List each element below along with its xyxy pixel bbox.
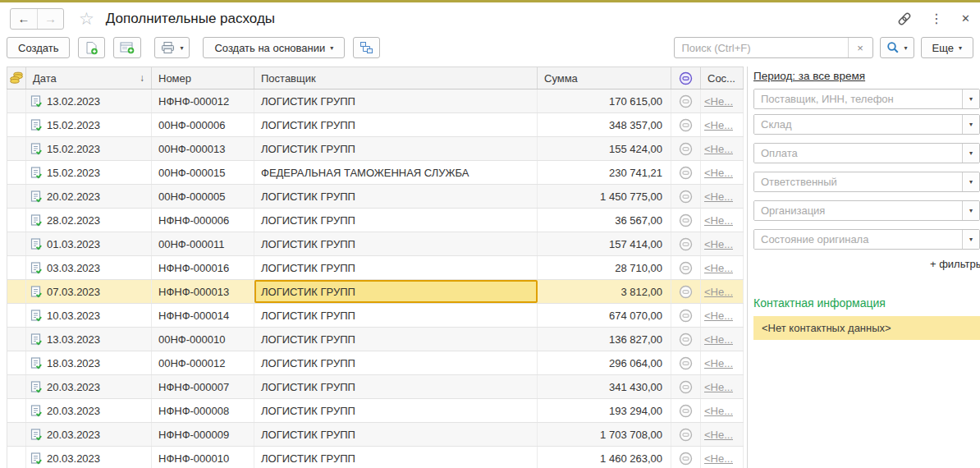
cell-amount[interactable]: 157 414,00	[538, 232, 671, 255]
cell-edo[interactable]	[671, 375, 701, 398]
cell-ref[interactable]	[7, 447, 26, 468]
related-documents-button[interactable]	[353, 37, 380, 58]
cell-number[interactable]: 00НФ-000011	[152, 232, 254, 255]
cell-supplier[interactable]: ЛОГИСТИК ГРУПП	[254, 209, 538, 232]
status-link[interactable]: <Не...	[704, 238, 733, 250]
cell-status[interactable]: <Не...	[701, 304, 744, 327]
status-link[interactable]: <Не...	[704, 452, 733, 465]
filter-input[interactable]	[754, 201, 962, 220]
cell-ref[interactable]	[7, 89, 26, 112]
cell-status[interactable]: <Не...	[701, 423, 744, 446]
cell-date[interactable]: 18.03.2023	[26, 351, 152, 374]
filter-input[interactable]	[754, 89, 962, 108]
cell-status[interactable]: <Не...	[701, 209, 744, 232]
cell-ref[interactable]	[7, 161, 26, 184]
cell-ref[interactable]	[7, 280, 26, 303]
filter-dropdown-button[interactable]: ▾	[962, 201, 979, 220]
cell-edo[interactable]	[671, 328, 701, 351]
column-header-supplier[interactable]: Поставщик	[254, 67, 538, 89]
cell-status[interactable]: <Не...	[701, 161, 744, 184]
search-clear-icon[interactable]: ×	[848, 38, 872, 57]
cell-supplier[interactable]: ЛОГИСТИК ГРУПП	[254, 89, 538, 112]
cell-ref[interactable]	[7, 351, 26, 374]
cell-supplier[interactable]: ЛОГИСТИК ГРУПП	[254, 447, 538, 468]
table-row[interactable]: 13.02.2023 НФНФ-000012 ЛОГИСТИК ГРУПП 17…	[7, 89, 744, 113]
period-link[interactable]: Период: за все время	[753, 70, 865, 82]
cell-ref[interactable]	[7, 209, 26, 232]
cell-supplier[interactable]: ЛОГИСТИК ГРУПП	[254, 113, 538, 136]
cell-number[interactable]: 00НФ-000012	[152, 351, 254, 374]
print-button[interactable]: ▾	[154, 37, 190, 58]
cell-number[interactable]: НФНФ-000016	[152, 256, 254, 279]
cell-date[interactable]: 01.03.2023	[26, 232, 152, 255]
column-header-status[interactable]: Сос...	[701, 67, 744, 89]
add-filters-link[interactable]: + фильтры	[753, 258, 980, 270]
cell-date[interactable]: 20.03.2023	[26, 447, 152, 468]
cell-edo[interactable]	[671, 209, 701, 232]
cell-number[interactable]: НФНФ-000012	[152, 89, 254, 112]
close-icon[interactable]: ✕	[961, 12, 970, 25]
cell-amount[interactable]: 1 460 263,00	[538, 447, 671, 468]
table-row[interactable]: 15.02.2023 00НФ-000006 ЛОГИСТИК ГРУПП 34…	[7, 113, 744, 137]
cell-supplier[interactable]: ЛОГИСТИК ГРУПП	[254, 137, 538, 160]
cell-status[interactable]: <Не...	[701, 351, 744, 374]
cell-edo[interactable]	[671, 447, 701, 468]
cell-edo[interactable]	[671, 256, 701, 279]
cell-supplier[interactable]: ЛОГИСТИК ГРУПП	[254, 399, 538, 422]
status-link[interactable]: <Не...	[704, 381, 733, 393]
status-link[interactable]: <Не...	[704, 357, 733, 369]
cell-supplier[interactable]: ЛОГИСТИК ГРУПП	[254, 423, 538, 446]
column-header-amount[interactable]: Сумма	[538, 67, 671, 89]
status-link[interactable]: <Не...	[704, 119, 733, 131]
cell-date[interactable]: 07.03.2023	[26, 280, 152, 303]
cell-amount[interactable]: 193 294,00	[538, 399, 671, 422]
filter-input[interactable]	[754, 230, 962, 249]
cell-edo[interactable]	[671, 304, 701, 327]
cell-status[interactable]: <Не...	[701, 256, 744, 279]
table-row[interactable]: 20.03.2023 НФНФ-000008 ЛОГИСТИК ГРУПП 19…	[7, 399, 744, 423]
cell-edo[interactable]	[671, 232, 701, 255]
cell-number[interactable]: 00НФ-000010	[152, 328, 254, 351]
table-row[interactable]: 15.02.2023 00НФ-000013 ЛОГИСТИК ГРУПП 15…	[7, 137, 744, 161]
get-link-icon[interactable]	[897, 11, 912, 26]
cell-ref[interactable]	[7, 232, 26, 255]
cell-ref[interactable]	[7, 185, 26, 208]
cell-amount[interactable]: 296 064,00	[538, 351, 671, 374]
cell-edo[interactable]	[671, 351, 701, 374]
cell-supplier[interactable]: ЛОГИСТИК ГРУПП	[254, 304, 538, 327]
table-row[interactable]: 15.02.2023 00НФ-000015 ФЕДЕРАЛЬНАЯ ТАМОЖ…	[7, 161, 744, 185]
table-row[interactable]: 18.03.2023 00НФ-000012 ЛОГИСТИК ГРУПП 29…	[7, 351, 744, 375]
table-row[interactable]: 20.03.2023 НФНФ-000009 ЛОГИСТИК ГРУПП 1 …	[7, 423, 744, 447]
filter-dropdown-button[interactable]: ▾	[962, 89, 979, 108]
cell-amount[interactable]: 341 430,00	[538, 375, 671, 398]
cell-supplier[interactable]: ЛОГИСТИК ГРУПП	[254, 256, 538, 279]
cell-date[interactable]: 28.02.2023	[26, 209, 152, 232]
status-link[interactable]: <Не...	[704, 333, 733, 346]
cell-number[interactable]: 00НФ-000013	[152, 137, 254, 160]
cell-status[interactable]: <Не...	[701, 375, 744, 398]
table-row[interactable]: 13.03.2023 00НФ-000010 ЛОГИСТИК ГРУПП 13…	[7, 328, 744, 351]
cell-number[interactable]: 00НФ-000006	[152, 113, 254, 136]
cell-date[interactable]: 13.03.2023	[26, 328, 152, 351]
cell-status[interactable]: <Не...	[701, 280, 744, 303]
table-row[interactable]: 20.03.2023 НФНФ-000010 ЛОГИСТИК ГРУПП 1 …	[7, 447, 744, 468]
column-header-edo[interactable]	[671, 67, 701, 89]
create-group-button[interactable]	[113, 37, 141, 58]
cell-date[interactable]: 20.02.2023	[26, 185, 152, 208]
cell-number[interactable]: НФНФ-000006	[152, 209, 254, 232]
filter-input[interactable]	[754, 144, 962, 163]
search-input[interactable]	[675, 38, 848, 57]
table-row[interactable]: 07.03.2023 НФНФ-000013 ЛОГИСТИК ГРУПП 3 …	[7, 280, 744, 304]
cell-number[interactable]: НФНФ-000014	[152, 304, 254, 327]
cell-ref[interactable]	[7, 256, 26, 279]
status-link[interactable]: <Не...	[704, 286, 733, 298]
filter-input[interactable]	[754, 172, 962, 191]
status-link[interactable]: <Не...	[704, 262, 733, 274]
cell-edo[interactable]	[671, 185, 701, 208]
cell-supplier[interactable]: ЛОГИСТИК ГРУПП	[254, 351, 538, 374]
create-based-on-button[interactable]: Создать на основании ▾	[203, 37, 345, 58]
cell-amount[interactable]: 230 741,21	[538, 161, 671, 184]
filter-dropdown-button[interactable]: ▾	[962, 115, 979, 134]
cell-date[interactable]: 15.02.2023	[26, 161, 152, 184]
cell-amount[interactable]: 36 567,00	[538, 209, 671, 232]
